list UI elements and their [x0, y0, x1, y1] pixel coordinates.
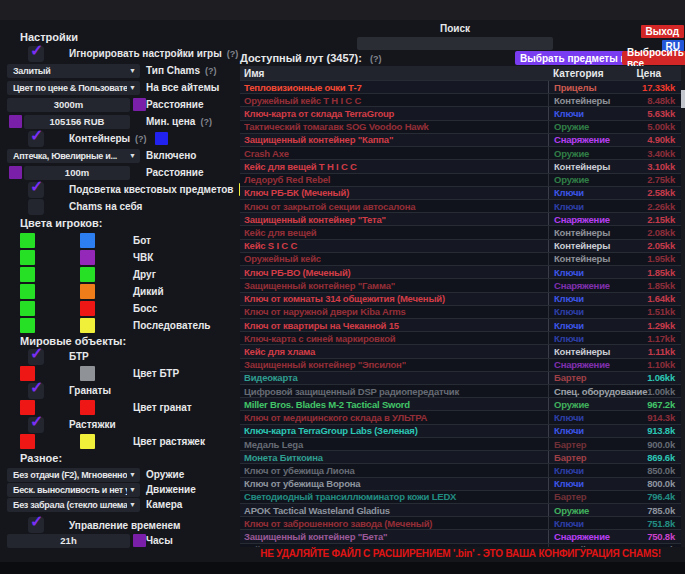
- loot-row[interactable]: Ключ-карта с синей маркировкойКлючи1.17k…: [240, 331, 681, 344]
- chevron-down-icon: ▼: [129, 84, 136, 91]
- loot-row[interactable]: Защищенный контейнер "Гамма"Снаряжение1.…: [240, 278, 681, 291]
- ignore-game-settings-checkbox[interactable]: [28, 46, 44, 62]
- hours-color-swatch[interactable]: [133, 534, 146, 547]
- world-objects-title: Мировые объекты:: [20, 334, 233, 348]
- loot-row[interactable]: Оружейный кейсКонтейнеры1.95kk: [240, 252, 681, 265]
- player-base-color-swatch[interactable]: [20, 284, 35, 299]
- loot-row[interactable]: Светодиодный трансиллюминатор кожи LEDXБ…: [240, 490, 681, 503]
- misc-select[interactable]: Без забрала (стекло шлема)▼: [7, 498, 140, 512]
- column-header-category[interactable]: Категория: [548, 68, 609, 79]
- misc-select[interactable]: Без отдачи (F2), Мгновенное п▼: [7, 468, 140, 482]
- world-object-checkbox[interactable]: [28, 349, 44, 365]
- scrollbar-thumb[interactable]: [681, 90, 685, 108]
- loot-row[interactable]: Защищенный контейнер "Каппа"Снаряжение4.…: [240, 133, 681, 146]
- player-type-color-swatch[interactable]: [80, 301, 95, 316]
- loot-row[interactable]: Монета БиткоинаБартер869.6k: [240, 450, 681, 463]
- window-chrome: [0, 0, 685, 20]
- loot-table-body: Тепловизионные очки Т-7Прицелы17.33kkОру…: [240, 80, 681, 547]
- column-header-price[interactable]: Цена: [609, 68, 681, 79]
- loot-row[interactable]: Кейс для вещейКонтейнеры2.08kk: [240, 225, 681, 238]
- loot-item-name: Кейс для вещей: [240, 226, 548, 238]
- item-distance-input[interactable]: 3000m: [7, 98, 130, 112]
- item-categories-select[interactable]: Аптечка, Ювелирные и... ▼: [7, 149, 140, 163]
- loot-row[interactable]: Защищенный контейнер "Тета"Снаряжение2.1…: [240, 212, 681, 225]
- loot-item-price: 750.8k: [609, 530, 681, 542]
- containers-checkbox[interactable]: [28, 131, 44, 147]
- quest-highlight-checkbox[interactable]: [28, 182, 44, 198]
- misc-select[interactable]: Беск. выносливость и нет уста▼: [7, 483, 140, 497]
- exit-button[interactable]: Выход: [641, 25, 684, 38]
- loot-item-price: 1.00kk: [609, 385, 681, 397]
- misc-select-label: Камера: [146, 499, 182, 510]
- loot-row[interactable]: Медаль LegaБартер900.0k: [240, 437, 681, 450]
- loot-row[interactable]: ВидеокартаБартер1.06kk: [240, 371, 681, 384]
- loot-row[interactable]: Ключ от медицинского склада в УЛЬТРАКлюч…: [240, 410, 681, 423]
- loot-row[interactable]: Кейс для хламаКонтейнеры1.11kk: [240, 344, 681, 357]
- loot-row[interactable]: Ледоруб Red RebelОружие2.75kk: [240, 173, 681, 186]
- player-type-color-swatch[interactable]: [80, 318, 95, 333]
- loot-row[interactable]: Цифровой защищенный DSP радиопередатчикС…: [240, 384, 681, 397]
- chams-self-checkbox[interactable]: [28, 199, 44, 215]
- loot-row[interactable]: Кейс для денегКонтейнеры750.0k: [240, 543, 681, 547]
- world-object-checkbox[interactable]: [28, 383, 44, 399]
- item-color-mode-select[interactable]: Цвет по цене & Пользователь ▼: [7, 81, 140, 95]
- drop-all-button[interactable]: Выбросить все: [622, 51, 685, 65]
- loot-row[interactable]: Ключ-карта TerraGroup Labs (Зеленая)Ключ…: [240, 424, 681, 437]
- loot-row[interactable]: Ключ от заброшенного завода (Меченый)Клю…: [240, 516, 681, 529]
- loot-row[interactable]: Оружейный кейс T H I C CКонтейнеры8.48kk: [240, 93, 681, 106]
- loot-row[interactable]: Ключ от комнаты 314 общежития (Меченый)К…: [240, 292, 681, 305]
- loot-row[interactable]: Ключ РБ-ВО (Меченый)Ключи1.85kk: [240, 265, 681, 278]
- loot-row[interactable]: Miller Bros. Blades M-2 Tactical SwordОр…: [240, 397, 681, 410]
- loot-row[interactable]: APOK Tactical Wasteland GladiusОружие785…: [240, 503, 681, 516]
- loot-row[interactable]: Защищенный контейнер "Бета"Снаряжение750…: [240, 529, 681, 542]
- loot-item-category: Бартер: [548, 438, 609, 450]
- table-scrollbar[interactable]: [681, 66, 685, 547]
- world-object-color-swatch[interactable]: [80, 434, 95, 449]
- search-input[interactable]: [357, 37, 553, 50]
- loot-row[interactable]: Ключ-карта от склада TerraGroupКлючи5.63…: [240, 106, 681, 119]
- loot-item-price: 5.00kk: [609, 121, 681, 133]
- loot-row[interactable]: Защищенный контейнер "Эпсилон"Снаряжение…: [240, 358, 681, 371]
- world-object-color-swatch[interactable]: [80, 400, 95, 415]
- misc-select-label: Движение: [146, 484, 196, 495]
- player-base-color-swatch[interactable]: [20, 301, 35, 316]
- world-object-color-swatch[interactable]: [20, 434, 35, 449]
- time-control-row: Управление временем: [0, 517, 233, 533]
- container-distance-label: Расстояние: [146, 167, 204, 178]
- player-type-color-swatch[interactable]: [80, 233, 95, 248]
- player-type-color-swatch[interactable]: [80, 250, 95, 265]
- loot-item-price: 2.75kk: [609, 174, 681, 186]
- distance-color-swatch[interactable]: [133, 98, 146, 111]
- player-base-color-swatch[interactable]: [20, 267, 35, 282]
- loot-row[interactable]: Кейс S I C CКонтейнеры2.05kk: [240, 239, 681, 252]
- player-base-color-swatch[interactable]: [20, 318, 35, 333]
- loot-row[interactable]: Ключ от наружной двери Kiba ArmsКлючи1.5…: [240, 305, 681, 318]
- loot-item-category: Бартер: [548, 372, 609, 384]
- world-objects-list: БТРЦвет БТРГранатыЦвет гранатРастяжкиЦве…: [0, 348, 233, 450]
- player-color-row: Бот: [0, 232, 233, 249]
- player-type-color-swatch[interactable]: [80, 284, 95, 299]
- loot-row[interactable]: Ключ от квартиры на Чеканной 15Ключи1.29…: [240, 318, 681, 331]
- player-base-color-swatch[interactable]: [20, 233, 35, 248]
- loot-row[interactable]: Ключ от убежища ВоронаКлючи800.0k: [240, 477, 681, 490]
- world-object-checkbox[interactable]: [28, 417, 44, 433]
- loot-row[interactable]: Ключ от убежища ЛионаКлючи850.0k: [240, 463, 681, 476]
- player-base-color-swatch[interactable]: [20, 250, 35, 265]
- config-warning-text: НЕ УДАЛЯЙТЕ ФАЙЛ С РАСШИРЕНИЕМ '.bin' - …: [240, 548, 681, 559]
- loot-row[interactable]: Тактический томагавк SOG Voodoo HawkОруж…: [240, 120, 681, 133]
- containers-color-swatch[interactable]: [155, 132, 168, 145]
- world-object-color-swatch[interactable]: [80, 366, 95, 381]
- hours-input[interactable]: 21h: [7, 534, 130, 548]
- loot-row[interactable]: Crash AxeОружие3.40kk: [240, 146, 681, 159]
- loot-row[interactable]: Кейс для вещей T H I C CКонтейнеры3.10kk: [240, 159, 681, 172]
- loot-row[interactable]: Ключ от закрытой секции автосалонаКлючи2…: [240, 199, 681, 212]
- loot-row[interactable]: Тепловизионные очки Т-7Прицелы17.33kk: [240, 80, 681, 93]
- loot-item-category: Контейнеры: [548, 240, 609, 252]
- loot-row[interactable]: Ключ РБ-БК (Меченый)Ключи2.58kk: [240, 186, 681, 199]
- player-type-color-swatch[interactable]: [80, 267, 95, 282]
- container-distance-color-swatch[interactable]: [9, 166, 22, 179]
- column-header-name[interactable]: Имя: [240, 68, 548, 79]
- chams-type-select[interactable]: Залитый ▼: [7, 64, 140, 78]
- time-control-checkbox[interactable]: [28, 517, 44, 533]
- min-price-color-swatch[interactable]: [9, 115, 22, 128]
